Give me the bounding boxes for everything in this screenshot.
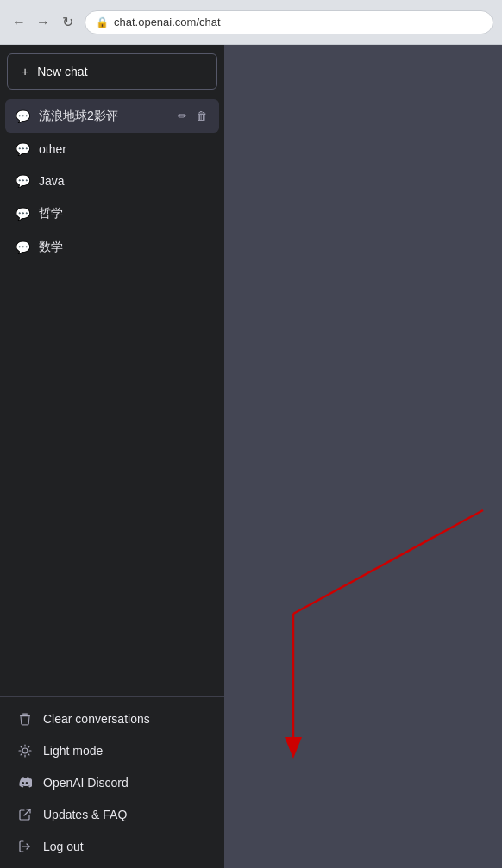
- chat-label-2: other: [39, 142, 209, 156]
- chat-bubble-icon-1: 💬: [16, 109, 30, 123]
- svg-line-8: [28, 754, 29, 755]
- svg-line-11: [24, 809, 30, 815]
- svg-point-2: [22, 748, 28, 753]
- logout-label: Log out: [43, 840, 84, 853]
- red-arrow: [224, 45, 502, 868]
- chat-item-5[interactable]: 💬 数学: [5, 231, 219, 264]
- trash-icon: [17, 712, 33, 726]
- chat-list: 💬 流浪地球2影评 ✏ 🗑 💬 other 💬 Java 💬 哲学: [0, 95, 224, 696]
- external-link-icon: [17, 808, 33, 821]
- chat-actions-1: ✏ 🗑: [176, 108, 209, 124]
- app-container: + New chat 💬 流浪地球2影评 ✏ 🗑 💬 other 💬: [0, 45, 502, 868]
- discord-label: OpenAI Discord: [43, 776, 129, 790]
- chat-item-4[interactable]: 💬 哲学: [5, 197, 219, 230]
- light-mode-label: Light mode: [43, 744, 103, 758]
- chat-label-1: 流浪地球2影评: [39, 109, 167, 124]
- light-mode-item[interactable]: Light mode: [5, 735, 219, 766]
- chat-bubble-icon-2: 💬: [16, 142, 30, 156]
- svg-line-7: [21, 746, 22, 747]
- logout-item[interactable]: Log out: [5, 831, 219, 862]
- chat-label-4: 哲学: [39, 206, 209, 222]
- address-bar[interactable]: 🔒 chat.openai.com/chat: [85, 10, 493, 34]
- main-content: [224, 45, 502, 868]
- chat-item-3[interactable]: 💬 Java: [5, 165, 219, 197]
- svg-line-10: [21, 754, 22, 755]
- sidebar: + New chat 💬 流浪地球2影评 ✏ 🗑 💬 other 💬: [0, 45, 224, 868]
- faq-label: Updates & FAQ: [43, 808, 127, 821]
- new-chat-label: New chat: [37, 65, 87, 78]
- svg-rect-1: [22, 714, 28, 715]
- chat-label-5: 数学: [39, 240, 209, 255]
- new-chat-button[interactable]: + New chat: [7, 53, 217, 90]
- faq-item[interactable]: Updates & FAQ: [5, 799, 219, 830]
- chat-bubble-icon-3: 💬: [16, 174, 30, 188]
- sidebar-bottom: Clear conversations: [0, 696, 224, 868]
- edit-button-1[interactable]: ✏: [176, 108, 189, 124]
- discord-item[interactable]: OpenAI Discord: [5, 767, 219, 798]
- forward-button[interactable]: →: [33, 12, 53, 33]
- chat-label-3: Java: [39, 174, 209, 188]
- clear-conversations-label: Clear conversations: [43, 712, 150, 726]
- clear-conversations-item[interactable]: Clear conversations: [5, 703, 219, 734]
- nav-buttons: ← → ↻: [9, 12, 78, 33]
- chat-bubble-icon-5: 💬: [16, 240, 30, 254]
- lock-icon: 🔒: [96, 16, 109, 28]
- new-chat-plus-icon: +: [22, 65, 28, 78]
- chat-bubble-icon-4: 💬: [16, 207, 30, 221]
- url-text: chat.openai.com/chat: [114, 16, 221, 28]
- chat-item-2[interactable]: 💬 other: [5, 134, 219, 165]
- svg-line-9: [28, 746, 29, 747]
- reload-button[interactable]: ↻: [57, 12, 78, 33]
- svg-rect-0: [20, 715, 30, 716]
- discord-icon: [17, 776, 33, 790]
- logout-icon: [17, 840, 33, 853]
- chat-item-1[interactable]: 💬 流浪地球2影评 ✏ 🗑: [5, 99, 219, 133]
- sun-icon: [17, 744, 33, 758]
- browser-chrome: ← → ↻ 🔒 chat.openai.com/chat: [0, 0, 502, 45]
- back-button[interactable]: ←: [9, 12, 29, 33]
- delete-button-1[interactable]: 🗑: [194, 108, 209, 124]
